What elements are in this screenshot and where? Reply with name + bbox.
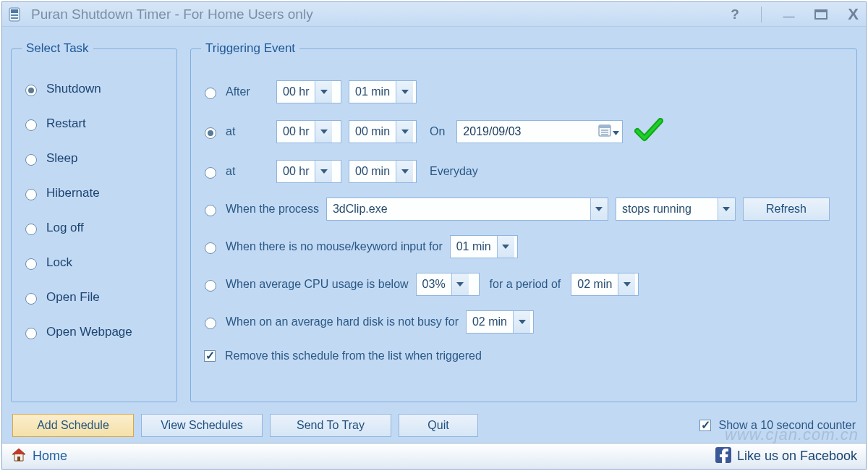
svg-rect-1 <box>11 9 18 13</box>
radio-after[interactable] <box>205 88 216 99</box>
chevron-down-icon <box>451 273 469 295</box>
radio-at-date[interactable] <box>205 127 216 139</box>
at2-min-value: 00 min <box>349 165 396 178</box>
task-label: Open File <box>46 290 100 305</box>
label-cpu: When average CPU usage is below <box>226 278 409 291</box>
row-idle: When there is no mouse/keyword input for… <box>201 235 846 258</box>
window-title: Puran Shutdown Timer - For Home Users on… <box>31 7 313 22</box>
checkmark-icon <box>634 118 663 145</box>
cpu-period-combo[interactable]: 02 min <box>571 273 639 296</box>
task-radio-hibernate[interactable] <box>25 189 37 200</box>
at1-min-value: 00 min <box>349 125 396 138</box>
task-row: Log off <box>22 221 166 235</box>
view-schedules-button[interactable]: View Schedules <box>141 414 263 437</box>
process-action-combo[interactable]: stops running <box>616 198 736 221</box>
radio-process[interactable] <box>205 205 216 216</box>
task-radio-sleep[interactable] <box>25 154 37 166</box>
at1-hr-value: 00 hr <box>277 125 315 138</box>
task-radio-open-file[interactable] <box>25 293 37 305</box>
task-label: Open Webpage <box>46 325 132 339</box>
after-hr-combo[interactable]: 00 hr <box>276 80 341 103</box>
help-button[interactable]: ? <box>731 7 739 22</box>
at2-hr-value: 00 hr <box>277 165 315 178</box>
task-label: Restart <box>46 116 86 131</box>
app-icon <box>8 7 22 22</box>
svg-marker-12 <box>12 449 25 454</box>
triggering-event-legend: Triggering Event <box>201 41 299 56</box>
task-radio-lock[interactable] <box>25 258 37 270</box>
chevron-down-icon <box>618 273 635 295</box>
label-process: When the process <box>226 203 319 216</box>
home-icon <box>11 447 27 466</box>
task-row: Lock <box>22 255 166 270</box>
radio-disk[interactable] <box>205 318 216 329</box>
chevron-down-icon <box>513 311 530 333</box>
disk-period-combo[interactable]: 02 min <box>466 310 534 334</box>
row-disk: When on an average hard disk is not busy… <box>201 310 846 334</box>
task-label: Lock <box>46 255 72 270</box>
home-link[interactable]: Home <box>33 449 67 464</box>
add-schedule-button[interactable]: Add Schedule <box>12 414 134 437</box>
radio-at-everyday[interactable] <box>205 167 216 179</box>
refresh-button[interactable]: Refresh <box>743 198 830 221</box>
process-value: 3dClip.exe <box>327 203 590 216</box>
row-at-everyday: at 00 hr 00 min Everyday <box>201 160 846 183</box>
task-label: Hibernate <box>46 186 100 200</box>
counter-checkbox[interactable] <box>699 420 711 431</box>
process-combo[interactable]: 3dClip.exe <box>326 198 608 221</box>
remove-checkbox[interactable] <box>204 350 216 362</box>
label-disk: When on an average hard disk is not busy… <box>226 315 459 328</box>
maximize-button[interactable] <box>814 9 827 20</box>
chevron-down-icon <box>497 236 514 258</box>
row-cpu: When average CPU usage is below 03% for … <box>201 273 846 296</box>
task-radio-restart[interactable] <box>25 119 37 131</box>
label-at1: at <box>226 125 269 138</box>
cpu-pct-combo[interactable]: 03% <box>416 273 480 296</box>
titlebar-separator <box>761 7 762 22</box>
task-radio-log-off[interactable] <box>25 224 37 235</box>
chevron-down-icon <box>396 81 413 103</box>
send-to-tray-button[interactable]: Send To Tray <box>270 414 391 437</box>
close-button[interactable]: X <box>848 5 859 24</box>
row-remove: Remove this schedule from the list when … <box>201 348 846 364</box>
at2-min-combo[interactable]: 00 min <box>349 160 417 183</box>
task-radio-shutdown[interactable] <box>25 85 37 96</box>
idle-min-combo[interactable]: 01 min <box>450 235 518 258</box>
after-min-combo[interactable]: 01 min <box>349 80 417 103</box>
row-process: When the process 3dClip.exe stops runnin… <box>201 198 846 221</box>
date-picker[interactable]: 2019/09/03 <box>456 120 623 143</box>
bottom-bar: Add Schedule View Schedules Send To Tray… <box>11 411 857 437</box>
remove-label: Remove this schedule from the list when … <box>225 349 482 362</box>
disk-period-value: 02 min <box>467 315 513 328</box>
facebook-link[interactable]: Like us on Facebook <box>737 449 857 464</box>
counter-label: Show a 10 second counter <box>719 419 856 432</box>
chevron-down-icon <box>315 161 332 182</box>
idle-min-value: 01 min <box>451 240 497 253</box>
radio-cpu[interactable] <box>205 280 216 292</box>
quit-button[interactable]: Quit <box>399 414 478 437</box>
chevron-down-icon <box>315 81 332 103</box>
triggering-event-group: Triggering Event After 00 hr 01 min <box>190 41 857 402</box>
svg-rect-3 <box>11 17 18 19</box>
at1-min-combo[interactable]: 00 min <box>349 120 417 143</box>
task-label: Shutdown <box>46 82 101 96</box>
at1-hr-combo[interactable]: 00 hr <box>276 120 341 143</box>
after-hr-value: 00 hr <box>277 85 315 98</box>
task-row: Open File <box>22 290 166 305</box>
cpu-period-value: 02 min <box>571 278 618 291</box>
chevron-down-icon <box>718 198 735 220</box>
row-after: After 00 hr 01 min <box>201 80 846 103</box>
svg-rect-7 <box>599 125 610 128</box>
task-row: Restart <box>22 116 166 131</box>
at2-hr-combo[interactable]: 00 hr <box>276 160 341 183</box>
statusbar: Home Like us on Facebook www.cjan.com.cn <box>2 443 866 469</box>
task-radio-open-webpage[interactable] <box>25 328 37 339</box>
process-action-value: stops running <box>616 203 718 216</box>
radio-idle[interactable] <box>205 242 216 254</box>
label-idle: When there is no mouse/keyword input for <box>226 240 443 253</box>
row-at-date: at 00 hr 00 min On 2019/09/03 <box>201 118 846 145</box>
label-at2: at <box>226 165 269 178</box>
calendar-icon <box>598 124 611 140</box>
minimize-button[interactable]: _ <box>783 7 795 11</box>
svg-rect-13 <box>17 457 20 461</box>
